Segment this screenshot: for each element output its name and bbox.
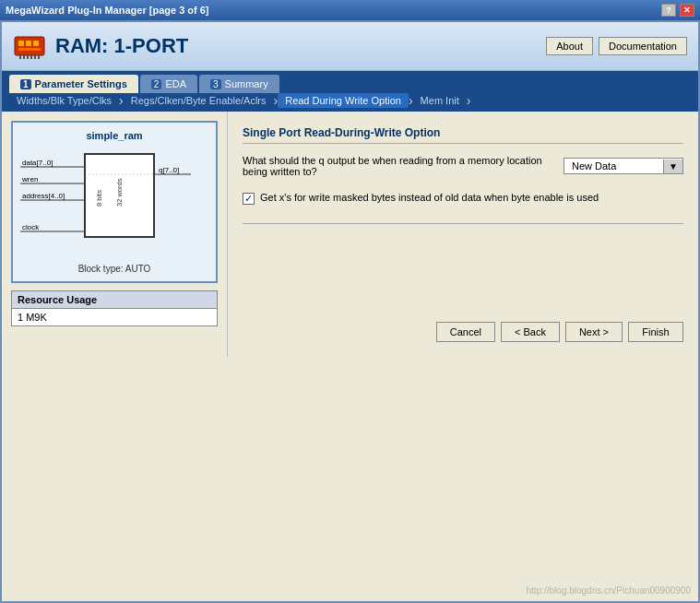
chip-diagram: data[7..0] wren address[4..0] clock q[7.…	[20, 147, 214, 257]
svg-rect-1	[18, 41, 24, 46]
breadcrumb-arrow-4: ›	[467, 93, 471, 108]
title-bar-buttons: ? ✕	[661, 4, 694, 17]
header-area: RAM: 1-PORT About Documentation	[2, 22, 698, 71]
bottom-buttons: Cancel < Back Next > Finish	[243, 322, 683, 342]
breadcrumb-mem-init[interactable]: Mem Init	[413, 93, 467, 108]
svg-text:clock: clock	[22, 223, 40, 231]
finish-button[interactable]: Finish	[628, 322, 683, 342]
svg-text:8 bits: 8 bits	[95, 190, 103, 207]
question-row: What should the q output be when reading…	[243, 155, 683, 177]
byte-enable-checkbox[interactable]	[243, 193, 255, 205]
tab-num-2: 2	[151, 79, 162, 89]
breadcrumb-row: Widths/Blk Type/Clks › Regs/Clken/Byte E…	[2, 93, 698, 112]
ram-icon	[13, 30, 46, 63]
tab-parameter-settings[interactable]: 1 Parameter Settings	[9, 75, 138, 93]
block-type-label: Block type: AUTO	[20, 264, 208, 274]
tab-summary[interactable]: 3 Summary	[199, 75, 279, 93]
tab-label-2: EDA	[165, 78, 186, 89]
back-button[interactable]: < Back	[501, 322, 560, 342]
question-text: What should the q output be when reading…	[243, 155, 554, 177]
resource-row: 1 M9K	[12, 309, 217, 325]
divider	[243, 223, 683, 224]
main-window: RAM: 1-PORT About Documentation 1 Parame…	[0, 20, 700, 603]
header-buttons: About Documentation	[546, 37, 687, 55]
svg-text:q[7..0]: q[7..0]	[159, 166, 179, 174]
diagram-title: simple_ram	[20, 130, 208, 141]
svg-rect-2	[26, 41, 31, 46]
checkbox-row: Get x's for write masked bytes instead o…	[243, 192, 683, 205]
watermark: http://blog.blogdns.cn/Pichuan00900900	[527, 585, 691, 596]
bottom-area	[2, 357, 698, 602]
tabs-row: 1 Parameter Settings 2 EDA 3 Summary	[2, 71, 698, 93]
new-data-dropdown[interactable]: New Data ▼	[564, 158, 683, 174]
help-button[interactable]: ?	[661, 4, 676, 17]
resource-header: Resource Usage	[12, 291, 217, 309]
page-title: RAM: 1-PORT	[55, 34, 188, 58]
cancel-button[interactable]: Cancel	[436, 322, 495, 342]
tab-label-1: Parameter Settings	[35, 78, 127, 89]
breadcrumb-widths[interactable]: Widths/Blk Type/Clks	[9, 93, 119, 108]
resource-box: Resource Usage 1 M9K	[11, 290, 218, 326]
tab-label-3: Summary	[225, 78, 268, 89]
section-title: Single Port Read-During-Write Option	[243, 126, 683, 144]
next-button[interactable]: Next >	[565, 322, 623, 342]
dropdown-arrow-icon[interactable]: ▼	[663, 160, 682, 173]
documentation-button[interactable]: Documentation	[599, 37, 687, 55]
about-button[interactable]: About	[546, 37, 593, 55]
right-panel: Single Port Read-During-Write Option Wha…	[228, 112, 698, 357]
left-panel: simple_ram data[7..0] wren address[4..0]…	[2, 112, 228, 357]
header-left: RAM: 1-PORT	[13, 30, 188, 63]
content-area: simple_ram data[7..0] wren address[4..0]…	[2, 112, 698, 357]
breadcrumb-regs[interactable]: Regs/Clken/Byte Enable/Aclrs	[124, 93, 274, 108]
svg-text:data[7..0]: data[7..0]	[22, 159, 53, 167]
svg-rect-4	[18, 48, 41, 51]
title-bar: MegaWizard Plug-In Manager [page 3 of 6]…	[0, 0, 700, 20]
breadcrumb-read-during-write[interactable]: Read During Write Option	[278, 93, 409, 108]
svg-text:wren: wren	[21, 175, 38, 183]
tab-num-3: 3	[210, 79, 221, 89]
svg-rect-3	[33, 41, 39, 46]
checkbox-label: Get x's for write masked bytes instead o…	[260, 192, 599, 203]
tab-eda[interactable]: 2 EDA	[140, 75, 197, 93]
dropdown-value: New Data	[564, 159, 663, 173]
diagram-box: simple_ram data[7..0] wren address[4..0]…	[11, 121, 218, 283]
svg-text:address[4..0]: address[4..0]	[22, 192, 65, 200]
title-bar-text: MegaWizard Plug-In Manager [page 3 of 6]	[6, 5, 209, 16]
tab-num-1: 1	[20, 79, 31, 89]
svg-text:32 words: 32 words	[115, 178, 124, 207]
close-button[interactable]: ✕	[680, 4, 694, 17]
